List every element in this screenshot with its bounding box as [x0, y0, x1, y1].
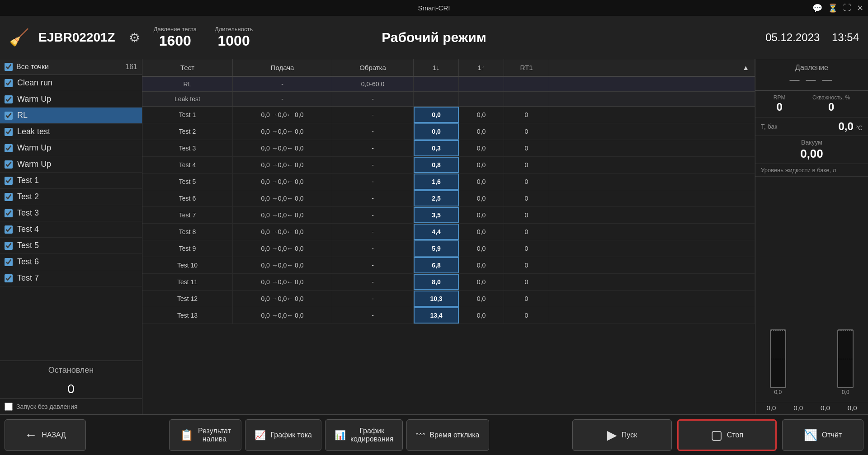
sidebar-label-11: Test 6: [17, 257, 39, 267]
sidebar-label-12: Test 7: [17, 273, 39, 283]
row-3-v1u: 0,0: [459, 157, 504, 173]
sidebar-check-9[interactable]: [5, 225, 13, 234]
sidebar-item-4[interactable]: Warm Up: [0, 140, 142, 156]
table-row-6[interactable]: Test 7 0,0 →0,0← 0,0 - 3,5 0,0 0: [142, 207, 755, 224]
row-6-name: Test 7: [142, 207, 233, 223]
table-row-10[interactable]: Test 11 0,0 →0,0← 0,0 - 8,0 0,0 0: [142, 274, 755, 291]
table-row-4[interactable]: Test 5 0,0 →0,0← 0,0 - 1,6 0,0 0: [142, 174, 755, 190]
row-0-v1d[interactable]: 0,0: [414, 107, 459, 123]
sidebar-check-5[interactable]: [5, 160, 13, 169]
sidebar-item-9[interactable]: Test 4: [0, 221, 142, 238]
row-6-v1d[interactable]: 3,5: [414, 207, 459, 223]
tube1-body: 60,0 30,0: [770, 329, 786, 388]
report-button[interactable]: 📉 Отчёт: [782, 419, 863, 451]
row-1-podacha: 0,0 →0,0← 0,0: [233, 123, 332, 140]
table-row-5[interactable]: Test 6 0,0 →0,0← 0,0 - 2,5 0,0 0: [142, 190, 755, 207]
leak-section-header: Leak test - -: [142, 92, 755, 107]
leak-rt1: [504, 92, 549, 106]
bottom-values: 0,0 0,0 0,0 0,0: [755, 402, 868, 414]
coding-graph-button[interactable]: 📊 График кодирования: [325, 419, 403, 451]
row-3-v1d[interactable]: 0,8: [414, 157, 459, 173]
pressure-value: 1600: [159, 33, 191, 49]
row-9-extra: [549, 257, 755, 273]
table-row-1[interactable]: Test 2 0,0 →0,0← 0,0 - 0,0 0,0 0: [142, 123, 755, 140]
row-10-v1d[interactable]: 8,0: [414, 274, 459, 290]
row-6-extra: [549, 207, 755, 223]
row-6-podacha: 0,0 →0,0← 0,0: [233, 207, 332, 223]
sidebar-check-11[interactable]: [5, 258, 13, 266]
sidebar-item-0[interactable]: Clean run: [0, 75, 142, 91]
sidebar-item-1[interactable]: Warm Up: [0, 91, 142, 108]
row-4-v1d[interactable]: 1,6: [414, 174, 459, 190]
sidebar-item-5[interactable]: Warm Up: [0, 156, 142, 173]
sidebar-check-1[interactable]: [5, 95, 13, 103]
sidebar-item-8[interactable]: Test 3: [0, 205, 142, 221]
table-row-9[interactable]: Test 10 0,0 →0,0← 0,0 - 6,8 0,0 0: [142, 257, 755, 274]
row-11-podacha: 0,0 →0,0← 0,0: [233, 291, 332, 307]
row-9-v1d[interactable]: 6,8: [414, 257, 459, 273]
sidebar-check-8[interactable]: [5, 209, 13, 217]
result-button[interactable]: 📋 Результат налива: [169, 419, 241, 451]
sidebar-item-12[interactable]: Test 7: [0, 270, 142, 286]
row-12-rt1: 0: [504, 307, 549, 324]
sidebar-check-10[interactable]: [5, 242, 13, 250]
sidebar-item-3[interactable]: Leak test: [0, 124, 142, 140]
sliders-icon[interactable]: ⚙: [129, 30, 140, 45]
sidebar-item-2[interactable]: RL: [0, 108, 142, 124]
all-points-checkbox[interactable]: [5, 63, 13, 71]
row-12-v1d[interactable]: 13,4: [414, 307, 459, 324]
no-pressure-row: Запуск без давления: [0, 399, 142, 414]
sidebar-check-12[interactable]: [5, 274, 13, 282]
sidebar-check-3[interactable]: [5, 128, 13, 136]
sidebar-check-7[interactable]: [5, 193, 13, 201]
row-0-podacha: 0,0 →0,0← 0,0: [233, 107, 332, 123]
no-pressure-checkbox[interactable]: [5, 403, 13, 411]
row-5-v1d[interactable]: 2,5: [414, 190, 459, 206]
sidebar-check-6[interactable]: [5, 177, 13, 185]
back-button[interactable]: ← НАЗАД: [5, 419, 86, 451]
expand-icon[interactable]: ⛶: [843, 3, 851, 13]
current-icon: 📈: [255, 430, 266, 441]
row-7-v1d[interactable]: 4,4: [414, 224, 459, 240]
table-row-11[interactable]: Test 12 0,0 →0,0← 0,0 - 10,3 0,0 0: [142, 291, 755, 307]
sidebar-item-7[interactable]: Test 2: [0, 189, 142, 205]
response-button[interactable]: 〰 Время отклика: [406, 419, 489, 451]
row-10-rt1: 0: [504, 274, 549, 290]
close-icon[interactable]: ✕: [857, 3, 863, 13]
row-2-v1d[interactable]: 0,3: [414, 140, 459, 156]
sidebar-check-4[interactable]: [5, 144, 13, 152]
rpm-label: RPM: [774, 94, 786, 101]
sidebar-item-10[interactable]: Test 5: [0, 238, 142, 254]
table-row-2[interactable]: Test 3 0,0 →0,0← 0,0 - 0,3 0,0 0: [142, 140, 755, 157]
temp-label: Т, бак: [761, 123, 777, 130]
row-9-name: Test 10: [142, 257, 233, 273]
device-name: EJBR02201Z: [38, 30, 115, 45]
row-1-v1d[interactable]: 0,0: [414, 123, 459, 140]
row-12-name: Test 13: [142, 307, 233, 324]
row-8-v1d[interactable]: 5,9: [414, 240, 459, 257]
table-row-0[interactable]: Test 1 0,0 →0,0← 0,0 - 0,0 0,0 0: [142, 107, 755, 123]
sidebar: Все точки 161 Clean run Warm Up RL Leak …: [0, 59, 142, 414]
row-9-podacha: 0,0 →0,0← 0,0: [233, 257, 332, 273]
sidebar-item-11[interactable]: Test 6: [0, 254, 142, 270]
current-graph-button[interactable]: 📈 График тока: [245, 419, 321, 451]
sidebar-item-6[interactable]: Test 1: [0, 173, 142, 189]
tube1-mark-30-line: [771, 359, 785, 359]
table-row-8[interactable]: Test 9 0,0 →0,0← 0,0 - 5,9 0,0 0: [142, 240, 755, 257]
clock-icon[interactable]: ⏳: [828, 3, 838, 13]
scroll-up-icon[interactable]: ▲: [742, 64, 749, 71]
sidebar-check-0[interactable]: [5, 79, 13, 87]
table-row-12[interactable]: Test 13 0,0 →0,0← 0,0 - 13,4 0,0 0: [142, 307, 755, 324]
sidebar-check-2[interactable]: [5, 112, 13, 120]
start-button[interactable]: ▶ Пуск: [572, 419, 672, 451]
table-row-3[interactable]: Test 4 0,0 →0,0← 0,0 - 0,8 0,0 0: [142, 157, 755, 174]
stop-button[interactable]: ▢ Стоп: [677, 419, 777, 451]
row-11-name: Test 12: [142, 291, 233, 307]
rl-v1u: [459, 77, 504, 91]
table-row-7[interactable]: Test 8 0,0 →0,0← 0,0 - 4,4 0,0 0: [142, 224, 755, 240]
chat-icon[interactable]: 💬: [812, 3, 822, 13]
table-header: Тест Подача Обратка 1↓ 1↑ RT1 ▲: [142, 59, 755, 77]
duty-value: 0: [812, 101, 850, 113]
sidebar-label-1: Warm Up: [17, 94, 51, 104]
row-11-v1d[interactable]: 10,3: [414, 291, 459, 307]
